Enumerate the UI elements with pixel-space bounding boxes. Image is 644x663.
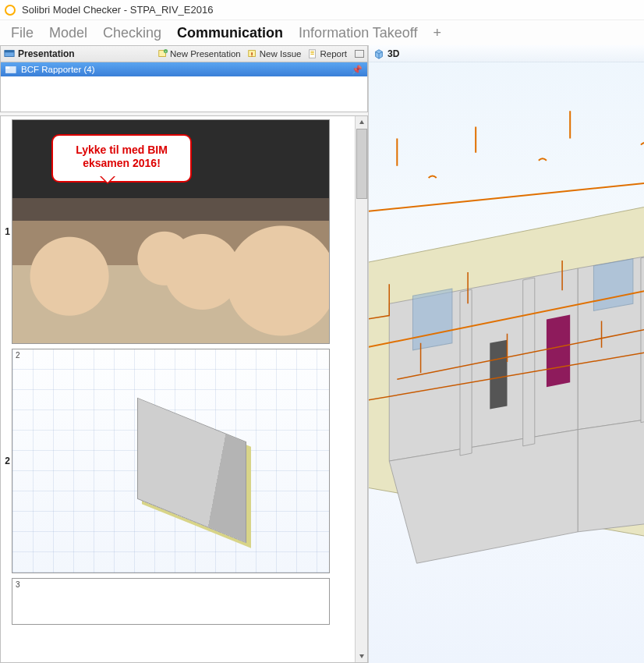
slide-corner-number: 3 — [16, 580, 20, 589]
slide-number: 2 — [2, 456, 12, 466]
svg-marker-36 — [593, 259, 632, 311]
presentation-list: BCF Rapporter (4) 📌 — [0, 62, 368, 112]
svg-rect-10 — [311, 52, 314, 53]
scroll-thumb[interactable] — [356, 129, 367, 199]
svg-marker-15 — [359, 654, 364, 658]
scroll-down-button[interactable] — [356, 650, 367, 662]
right-pane: 3D — [369, 45, 644, 663]
slide-thumbnail-3[interactable]: 3 — [12, 578, 330, 625]
app-logo-icon — [5, 5, 16, 16]
new-issue-button[interactable]: New Issue — [244, 48, 305, 59]
slide-corner-number: 2 — [16, 351, 20, 360]
presentation-list-item-label: BCF Rapporter (4) — [21, 65, 352, 74]
svg-rect-13 — [5, 67, 9, 69]
menubar: File Model Checking Communication Inform… — [0, 20, 644, 45]
svg-marker-24 — [578, 410, 644, 532]
svg-rect-1 — [5, 51, 14, 53]
report-button[interactable]: Report — [304, 48, 350, 59]
speech-text-line1: Lykke til med BIM — [62, 144, 181, 157]
menu-information-takeoff[interactable]: Information Takeoff — [291, 22, 425, 44]
scroll-track[interactable] — [356, 129, 367, 650]
3d-panel-title: 3D — [387, 48, 399, 59]
scroll-up-button[interactable] — [356, 116, 367, 129]
panel-maximize-button[interactable] — [355, 50, 364, 58]
presentation-panel-header: Presentation + New Presentation New Issu… — [0, 45, 368, 62]
svg-rect-9 — [311, 51, 314, 52]
bcf-folder-icon — [5, 65, 16, 74]
slide-row: 3 — [2, 578, 352, 625]
slide-row: 2 2 — [2, 349, 352, 573]
slide-number: 1 — [2, 226, 12, 237]
presentation-icon — [4, 48, 15, 59]
report-label: Report — [320, 49, 347, 58]
svg-rect-6 — [251, 52, 253, 55]
svg-marker-35 — [412, 289, 451, 350]
menu-add-tab[interactable]: + — [426, 22, 450, 44]
svg-marker-14 — [359, 120, 364, 124]
slide-thumbnail-1[interactable]: Lykke til med BIM eksamen 2016! — [12, 119, 330, 344]
svg-marker-33 — [547, 314, 570, 387]
3d-panel-header: 3D — [369, 45, 644, 62]
presentation-list-item[interactable]: BCF Rapporter (4) 📌 — [1, 62, 367, 76]
slide-row: 1 Lykke til med BIM eksamen 2016! — [2, 119, 352, 344]
3d-viewport[interactable] — [369, 62, 644, 663]
svg-marker-27 — [523, 278, 535, 446]
speech-bubble: Lykke til med BIM eksamen 2016! — [51, 134, 192, 183]
menu-model[interactable]: Model — [41, 22, 95, 44]
new-presentation-button[interactable]: + New Presentation — [154, 48, 244, 59]
svg-rect-7 — [251, 56, 253, 57]
new-presentation-label: New Presentation — [170, 49, 241, 58]
svg-marker-26 — [460, 289, 472, 456]
pin-icon[interactable]: 📌 — [352, 65, 363, 75]
slides-panel: 1 Lykke til med BIM eksamen 2016! 2 2 — [0, 115, 368, 663]
slides-list: 1 Lykke til med BIM eksamen 2016! 2 2 — [1, 116, 355, 662]
svg-text:+: + — [165, 49, 167, 53]
speech-text-line2: eksamen 2016! — [62, 157, 181, 170]
menu-file[interactable]: File — [3, 22, 41, 44]
svg-marker-30 — [490, 340, 507, 410]
titlebar: Solibri Model Checker - STPA_RIV_E2016 — [0, 0, 644, 20]
svg-rect-11 — [311, 54, 314, 55]
3d-model-svg — [369, 62, 644, 663]
slides-scrollbar[interactable] — [355, 116, 367, 662]
menu-communication[interactable]: Communication — [169, 22, 291, 44]
new-issue-label: New Issue — [260, 49, 302, 58]
presentation-panel-title: Presentation — [18, 48, 75, 59]
slide-thumbnail-2[interactable]: 2 — [12, 349, 330, 573]
cube-icon — [373, 48, 384, 59]
left-pane: Presentation + New Presentation New Issu… — [0, 45, 369, 663]
menu-checking[interactable]: Checking — [95, 22, 169, 44]
svg-marker-28 — [641, 256, 644, 423]
window-title: Solibri Model Checker - STPA_RIV_E2016 — [22, 4, 213, 16]
